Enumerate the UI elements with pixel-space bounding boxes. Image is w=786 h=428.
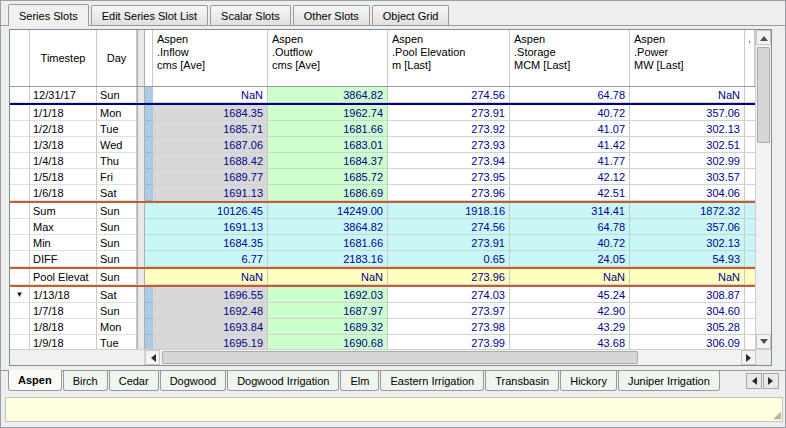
value-cell[interactable]: 273.97	[388, 303, 510, 319]
value-cell[interactable]: 64.78	[510, 87, 630, 103]
value-cell[interactable]: 357.06	[630, 105, 745, 121]
value-cell[interactable]: 273.91	[388, 105, 510, 121]
top-tab-series-slots[interactable]: Series Slots	[8, 4, 89, 26]
object-tab-dogwood-irrigation[interactable]: Dogwood Irrigation	[227, 371, 339, 391]
value-cell[interactable]: 54.93	[630, 251, 745, 267]
day-cell[interactable]: Sun	[97, 219, 137, 235]
object-tab-aspen[interactable]: Aspen	[8, 370, 62, 391]
value-cell[interactable]: 302.13	[630, 235, 745, 251]
top-tab-other-slots[interactable]: Other Slots	[293, 5, 370, 25]
timestep-cell[interactable]: 1/2/18	[30, 121, 97, 137]
value-cell[interactable]: 1685.71	[153, 121, 268, 137]
object-tab-dogwood[interactable]: Dogwood	[160, 371, 226, 391]
value-cell[interactable]: 1687.06	[153, 137, 268, 153]
value-cell[interactable]: 274.03	[388, 287, 510, 303]
timestep-cell[interactable]: 12/31/17	[30, 87, 97, 103]
value-cell[interactable]: 1688.42	[153, 153, 268, 169]
value-cell[interactable]: 273.99	[388, 335, 510, 349]
timestep-cell[interactable]: 1/13/18	[30, 287, 97, 303]
value-cell[interactable]: NaN	[268, 269, 388, 285]
scroll-up-button[interactable]	[756, 30, 771, 45]
value-cell[interactable]: 357.06	[630, 219, 745, 235]
timestep-cell[interactable]: 1/6/18	[30, 185, 97, 201]
value-cell[interactable]: 306.09	[630, 335, 745, 349]
value-cell[interactable]: 302.99	[630, 153, 745, 169]
value-cell[interactable]: 1695.19	[153, 335, 268, 349]
timestep-cell[interactable]: 1/5/18	[30, 169, 97, 185]
value-cell[interactable]: 274.56	[388, 219, 510, 235]
object-tab-cedar[interactable]: Cedar	[109, 371, 159, 391]
value-cell[interactable]: 273.92	[388, 121, 510, 137]
slot-column-header[interactable]: Aspen.Outflowcms [Ave]	[268, 30, 388, 86]
day-cell[interactable]: Sun	[97, 269, 137, 285]
value-cell[interactable]: 42.51	[510, 185, 630, 201]
value-cell[interactable]: 1681.66	[268, 121, 388, 137]
day-cell[interactable]: Wed	[97, 137, 137, 153]
timestep-cell[interactable]: Min	[30, 235, 97, 251]
scroll-right-button[interactable]	[741, 350, 756, 365]
value-cell-partial[interactable]	[745, 153, 755, 169]
timestep-cell[interactable]: 1/8/18	[30, 319, 97, 335]
value-cell[interactable]: 64.78	[510, 219, 630, 235]
vertical-scrollbar[interactable]	[755, 30, 771, 349]
value-cell-partial[interactable]	[745, 287, 755, 303]
value-cell-partial[interactable]	[745, 303, 755, 319]
value-cell[interactable]: 273.96	[388, 185, 510, 201]
day-cell[interactable]: Tue	[97, 335, 137, 349]
value-cell-partial[interactable]	[745, 169, 755, 185]
object-tab-birch[interactable]: Birch	[63, 371, 108, 391]
tab-scroll-right-button[interactable]	[763, 373, 779, 389]
value-cell[interactable]: 43.29	[510, 319, 630, 335]
value-cell-partial[interactable]	[745, 251, 755, 267]
value-cell[interactable]: 1872.32	[630, 203, 745, 219]
slot-column-header[interactable]: Aspen.Pool Elevationm [Last]	[388, 30, 510, 86]
value-cell[interactable]: 3864.82	[268, 87, 388, 103]
value-cell[interactable]: NaN	[510, 269, 630, 285]
slot-column-header[interactable]: Aspen.StorageMCM [Last]	[510, 30, 630, 86]
horizontal-scroll-thumb[interactable]	[162, 351, 638, 364]
value-cell[interactable]: 1693.84	[153, 319, 268, 335]
value-cell[interactable]: 6.77	[153, 251, 268, 267]
value-cell[interactable]: 304.60	[630, 303, 745, 319]
resize-grip[interactable]: ◢	[773, 410, 781, 420]
value-cell[interactable]: 1918.16	[388, 203, 510, 219]
horizontal-scrollbar[interactable]	[145, 350, 756, 365]
value-cell[interactable]: 14249.00	[268, 203, 388, 219]
value-cell[interactable]: 24.05	[510, 251, 630, 267]
value-cell[interactable]: NaN	[153, 87, 268, 103]
timestep-cell[interactable]: Pool Elevat	[30, 269, 97, 285]
day-column-header[interactable]: Day	[97, 30, 137, 86]
value-cell[interactable]: 302.13	[630, 121, 745, 137]
day-cell[interactable]: Sun	[97, 203, 137, 219]
value-cell[interactable]: 273.98	[388, 319, 510, 335]
value-cell[interactable]: 273.91	[388, 235, 510, 251]
value-cell[interactable]: 274.56	[388, 87, 510, 103]
value-cell[interactable]: NaN	[630, 87, 745, 103]
value-cell[interactable]: 273.96	[388, 269, 510, 285]
value-cell[interactable]: 314.41	[510, 203, 630, 219]
value-cell[interactable]: 302.51	[630, 137, 745, 153]
timestep-cell[interactable]: DIFF	[30, 251, 97, 267]
value-cell[interactable]: 2183.16	[268, 251, 388, 267]
value-cell[interactable]: NaN	[153, 269, 268, 285]
value-cell[interactable]: 43.68	[510, 335, 630, 349]
day-cell[interactable]: Sun	[97, 251, 137, 267]
value-cell[interactable]: 273.95	[388, 169, 510, 185]
top-tab-scalar-slots[interactable]: Scalar Slots	[210, 5, 291, 25]
value-cell[interactable]: 1686.69	[268, 185, 388, 201]
value-cell[interactable]: 1692.48	[153, 303, 268, 319]
value-cell-partial[interactable]	[745, 137, 755, 153]
slot-column-header[interactable]: A	[745, 30, 755, 86]
value-cell-partial[interactable]	[745, 203, 755, 219]
value-cell[interactable]: 303.57	[630, 169, 745, 185]
value-cell-partial[interactable]	[745, 335, 755, 349]
value-cell-partial[interactable]	[745, 87, 755, 103]
value-cell[interactable]: 1685.72	[268, 169, 388, 185]
value-cell[interactable]: 1962.74	[268, 105, 388, 121]
value-cell[interactable]: 45.24	[510, 287, 630, 303]
value-cell[interactable]: 40.72	[510, 235, 630, 251]
value-cell-partial[interactable]	[745, 185, 755, 201]
value-cell[interactable]: 1681.66	[268, 235, 388, 251]
value-cell-partial[interactable]	[745, 319, 755, 335]
value-cell[interactable]: 1692.03	[268, 287, 388, 303]
